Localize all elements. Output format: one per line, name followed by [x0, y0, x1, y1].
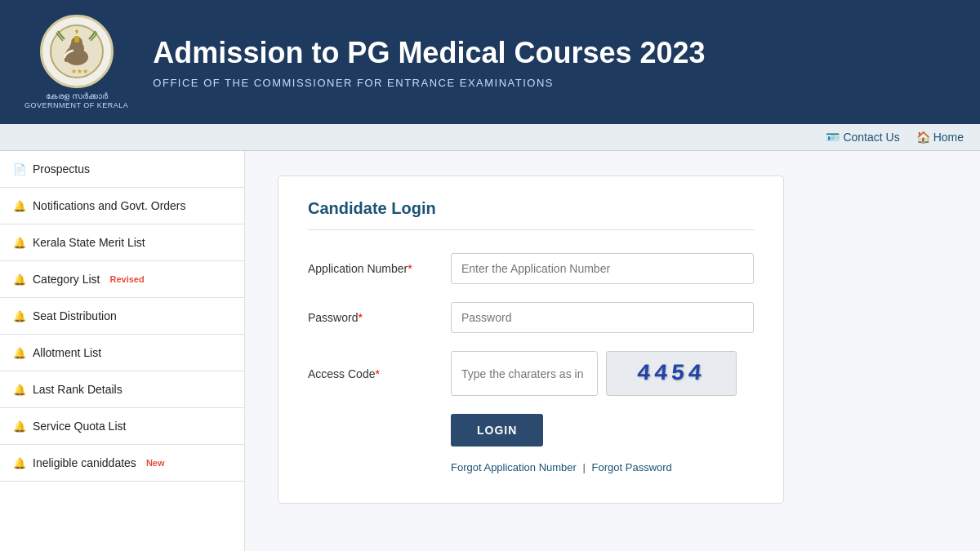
- bell-icon-merit: 🔔: [13, 237, 26, 249]
- sidebar-item-service-quota[interactable]: 🔔 Service Quota List: [0, 408, 244, 445]
- required-marker-app: *: [408, 262, 412, 275]
- sidebar: 📄 Prospectus 🔔 Notifications and Govt. O…: [0, 151, 245, 551]
- new-badge: New: [146, 458, 165, 468]
- password-row: Password*: [308, 302, 754, 333]
- kerala-emblem: ★★★: [40, 15, 114, 88]
- sidebar-item-merit-list[interactable]: 🔔 Kerala State Merit List: [0, 224, 244, 261]
- logo-container: ★★★ കേരള സർക്കാർ GOVERNMENT OF KERALA: [24, 15, 128, 109]
- login-button[interactable]: LOGIN: [451, 414, 543, 447]
- required-marker-pwd: *: [358, 311, 362, 324]
- sidebar-item-category-list[interactable]: 🔔 Category List Revised: [0, 261, 244, 298]
- password-label: Password*: [308, 311, 451, 324]
- bell-icon-seat: 🔔: [13, 310, 26, 322]
- sidebar-item-ineligible[interactable]: 🔔 Ineligible caniddates New: [0, 445, 244, 482]
- bell-icon-allotment: 🔔: [13, 347, 26, 359]
- forgot-links: Forgot Application Number | Forgot Passw…: [451, 461, 754, 473]
- sidebar-label-rank: Last Rank Details: [33, 383, 122, 396]
- login-title: Candidate Login: [308, 199, 754, 230]
- captcha-text-display: 4454: [636, 361, 706, 386]
- login-card: Candidate Login Application Number* Pass…: [278, 176, 784, 504]
- access-code-inputs: 4454: [451, 351, 754, 396]
- sidebar-item-notifications[interactable]: 🔔 Notifications and Govt. Orders: [0, 188, 244, 224]
- bell-icon-category: 🔔: [13, 273, 26, 286]
- access-code-row: Access Code* 4454: [308, 351, 754, 396]
- forgot-separator: |: [583, 461, 586, 473]
- home-icon: 🏠: [916, 131, 930, 144]
- sidebar-label-notifications: Notifications and Govt. Orders: [33, 199, 186, 212]
- application-number-row: Application Number*: [308, 253, 754, 284]
- main-content: Candidate Login Application Number* Pass…: [245, 151, 980, 551]
- password-input[interactable]: [451, 302, 754, 333]
- home-link[interactable]: 🏠 Home: [916, 131, 964, 144]
- sidebar-label-merit: Kerala State Merit List: [33, 236, 145, 249]
- bell-icon-rank: 🔔: [13, 384, 26, 396]
- access-code-label: Access Code*: [308, 367, 451, 380]
- captcha-image: 4454: [606, 351, 737, 396]
- sidebar-label-ineligible: Ineligible caniddates: [33, 456, 136, 469]
- revised-badge: Revised: [109, 274, 144, 284]
- home-label: Home: [933, 131, 964, 144]
- contact-us-link[interactable]: 🪪 Contact Us: [826, 131, 899, 144]
- sidebar-label-prospectus: Prospectus: [33, 162, 90, 176]
- app-number-field: [451, 253, 754, 284]
- sidebar-label-allotment: Allotment List: [33, 346, 101, 359]
- sidebar-label-quota: Service Quota List: [33, 420, 126, 433]
- app-number-label: Application Number*: [308, 262, 451, 275]
- contact-icon: 🪪: [826, 131, 840, 144]
- login-button-row: LOGIN: [308, 414, 754, 461]
- bell-icon-quota: 🔔: [13, 420, 26, 433]
- contact-us-label: Contact Us: [843, 131, 899, 144]
- required-marker-access: *: [375, 367, 379, 380]
- sidebar-label-seat: Seat Distribution: [33, 309, 117, 322]
- forgot-app-number-link[interactable]: Forgot Application Number: [451, 461, 577, 473]
- svg-rect-4: [74, 36, 79, 42]
- sidebar-item-last-rank[interactable]: 🔔 Last Rank Details: [0, 371, 244, 408]
- sidebar-item-prospectus[interactable]: 📄 Prospectus: [0, 151, 244, 188]
- file-icon: 📄: [13, 163, 26, 176]
- sidebar-item-seat-distribution[interactable]: 🔔 Seat Distribution: [0, 298, 244, 335]
- govt-sublabel: GOVERNMENT OF KERALA: [24, 101, 128, 109]
- sidebar-label-category: Category List: [33, 273, 100, 286]
- sidebar-item-allotment-list[interactable]: 🔔 Allotment List: [0, 335, 244, 371]
- bell-icon-ineligible: 🔔: [13, 457, 26, 469]
- page-header: ★★★ കേരള സർക്കാർ GOVERNMENT OF KERALA Ad…: [0, 0, 980, 124]
- forgot-password-link[interactable]: Forgot Password: [592, 461, 672, 473]
- page-subtitle: OFFICE OF THE COMMISSIONER FOR ENTRANCE …: [153, 77, 705, 89]
- govt-kerala-label: കേരള സർക്കാർ: [24, 91, 128, 101]
- top-nav-bar: 🪪 Contact Us 🏠 Home: [0, 124, 980, 151]
- main-layout: 📄 Prospectus 🔔 Notifications and Govt. O…: [0, 151, 980, 551]
- svg-text:★★★: ★★★: [71, 68, 88, 75]
- bell-icon-notifications: 🔔: [13, 200, 26, 212]
- header-text-block: Admission to PG Medical Courses 2023 OFF…: [153, 36, 705, 89]
- app-number-input[interactable]: [451, 253, 754, 284]
- page-title: Admission to PG Medical Courses 2023: [153, 36, 705, 70]
- access-code-input[interactable]: [451, 351, 598, 396]
- password-field: [451, 302, 754, 333]
